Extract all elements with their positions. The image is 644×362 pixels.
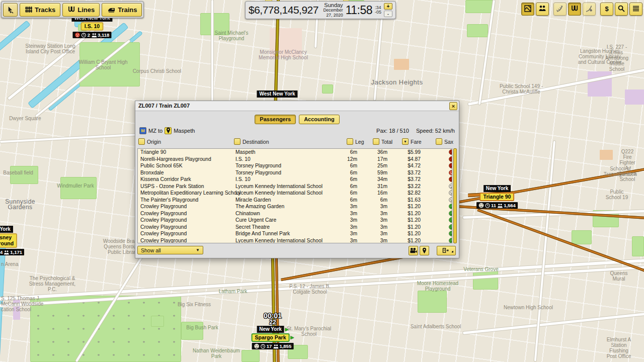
money-display: $6,778,145,927 — [249, 4, 318, 16]
map-label: Moore Homestead Playground — [417, 281, 458, 292]
follow-train-button[interactable] — [437, 246, 456, 255]
menu-button[interactable] — [629, 3, 642, 16]
map-label: The Psychological & Stress Management, P… — [29, 276, 75, 292]
passenger-row[interactable]: USPS - Ozone Park StationLyceum Kennedy … — [138, 183, 452, 190]
passengers-overlay-button[interactable] — [536, 3, 549, 16]
passengers-icon — [273, 344, 278, 349]
map-park — [632, 236, 644, 256]
passenger-row[interactable]: Metropolitan Expeditionary Learning Scho… — [138, 190, 452, 197]
speed-up-button[interactable]: + — [384, 3, 392, 10]
station-name-tag[interactable]: I.S. 10 — [81, 22, 103, 31]
station-marker[interactable]: w Yorkrsney ground41,171 — [0, 226, 24, 255]
map-label: P.S. 12 - James B. Colgate School — [289, 284, 331, 295]
map-park — [572, 230, 592, 244]
station-marker[interactable]: West New YorkI.S. 1023,118 — [71, 15, 112, 38]
column-sort-button[interactable] — [373, 138, 379, 145]
map-label: Big Six Fitness — [178, 302, 211, 307]
station-name-tag[interactable]: Triangle 90 — [480, 193, 515, 201]
station-stats-badge: 23,118 — [73, 32, 112, 38]
station-city-tag: New York — [484, 185, 511, 192]
train-countdown-sub: 22 — [269, 319, 276, 326]
passenger-row[interactable]: Triangle 90Maspeth6m36m$5.99 — [138, 149, 452, 156]
column-header-total: Total — [373, 138, 392, 145]
tracks-overlay-icon — [556, 5, 564, 14]
lines-icon — [67, 6, 75, 14]
column-sort-button[interactable] — [138, 138, 145, 145]
clock-icon — [261, 344, 266, 349]
status-bar: $6,778,145,927 Sunday December 27, 2020 … — [245, 1, 396, 19]
map-label: Veterans Grove — [463, 266, 498, 272]
passengers-icon — [497, 203, 503, 208]
station-marker[interactable]: West New York — [257, 90, 297, 98]
map-label: Elmhurst A Station Flushing Post Office — [606, 337, 631, 359]
cursor-icon — [7, 6, 14, 14]
tracks-button[interactable]: Tracks — [20, 3, 60, 17]
column-header-sax: Sax — [436, 138, 453, 145]
route-row: M MZ to Maspeth Pax: 18 / 510 Speed: 52 … — [139, 127, 455, 134]
lines-button[interactable]: Lines — [62, 3, 100, 17]
passenger-row[interactable]: Crowley PlaygroundSecret Theatre3m3m$1.2… — [138, 224, 452, 231]
column-sort-button[interactable] — [436, 138, 442, 145]
station-marker[interactable]: 00:0122New York▶Spargo Park▶171,855 — [252, 313, 294, 349]
signals-overlay-button[interactable] — [583, 3, 596, 16]
route-prefix-label: MZ to — [148, 128, 163, 134]
map-park — [465, 0, 493, 13]
map-style-button[interactable] — [521, 3, 534, 16]
pin-icon — [421, 247, 428, 254]
date-label: December 27, 2020 — [321, 8, 343, 18]
passenger-filter-select[interactable]: Show all ▼ — [137, 246, 203, 254]
station-marker[interactable]: New YorkTriangle 90111,564 — [476, 185, 518, 209]
column-header-fare: ▼Fare — [402, 138, 422, 145]
station-name-tag[interactable]: Spargo Park — [252, 333, 290, 342]
passenger-row[interactable]: Crowley PlaygroundBridge And Tunnel Park… — [138, 230, 452, 237]
time-speed-controls: + - — [384, 3, 392, 17]
search-button[interactable] — [615, 3, 628, 16]
tracks-overlay-button[interactable] — [553, 3, 567, 16]
locate-button[interactable] — [420, 246, 429, 255]
station-name-tag[interactable]: rsney ground — [0, 233, 17, 248]
column-sort-button[interactable]: ▼ — [402, 138, 409, 145]
svg-text:$: $ — [605, 5, 609, 12]
map-road — [211, 0, 213, 106]
passenger-row[interactable]: Crowley PlaygroundChinatown3m3m$1.20 — [138, 210, 452, 217]
passengers-icon — [4, 250, 9, 255]
map-label: Jackson Heights — [371, 79, 423, 85]
passenger-row[interactable]: Crowley PlaygroundThe Amazing Garden3m3m… — [138, 203, 452, 210]
map-label: Nathan Weidenbaum Park — [193, 348, 240, 359]
finances-button[interactable]: $ — [600, 3, 613, 16]
map-pink — [588, 71, 612, 97]
filter-value: Show all — [141, 247, 161, 253]
weekday-label: Sunday — [321, 3, 343, 8]
map-park — [151, 316, 164, 327]
trains-button[interactable]: Trains — [102, 3, 142, 17]
passenger-row[interactable]: Crowley PlaygroundCure Urgent Care3m3m$1… — [138, 217, 452, 224]
passenger-row[interactable]: BronxdaleTorsney Playground6m59m$3.72 — [138, 169, 452, 176]
speed-down-button[interactable]: - — [384, 11, 392, 17]
tracks-icon — [25, 6, 33, 14]
passenger-table: Triangle 90Maspeth6m36m$5.99Norelli-Harg… — [137, 148, 452, 243]
clock-icon — [485, 203, 490, 208]
passenger-row[interactable]: Crowley PlaygroundLyceum Kennedy Interna… — [138, 237, 452, 244]
column-sort-button[interactable] — [347, 138, 353, 145]
destination-label: Maspeth — [174, 128, 195, 134]
map-label: Saint Michael's Playground — [215, 30, 249, 41]
close-button[interactable]: × — [449, 102, 457, 110]
overlay-toolbar: $ — [521, 3, 642, 16]
lines-overlay-button[interactable] — [568, 3, 581, 16]
tab-passengers[interactable]: Passengers — [255, 115, 296, 124]
table-scrollbar[interactable] — [453, 148, 457, 243]
map-road — [534, 141, 555, 361]
map-label: Langston Hughes Community Library and Cu… — [578, 48, 622, 65]
camera-button[interactable] — [409, 246, 418, 255]
finances-icon: $ — [603, 5, 611, 14]
column-sort-button[interactable] — [234, 138, 240, 145]
map-label: Public School 149 - Christa McAuliffe — [500, 83, 543, 95]
passenger-row[interactable]: Norelli-Hargreaves PlaygroundI.S. 1012m1… — [138, 156, 452, 163]
tab-accounting[interactable]: Accounting — [299, 115, 340, 124]
passenger-row[interactable]: The Painter's PlaygroundMiracle Garden6m… — [138, 197, 452, 204]
passenger-row[interactable]: Public School 65KTorsney Playground6m25m… — [138, 162, 452, 169]
map-label: Big Bush Park — [186, 325, 218, 330]
passenger-row[interactable]: Kissena Corridor ParkI.S. 106m34m$3.72 — [138, 176, 452, 183]
select-tool-button[interactable] — [3, 3, 18, 17]
camera-icon — [410, 247, 417, 254]
